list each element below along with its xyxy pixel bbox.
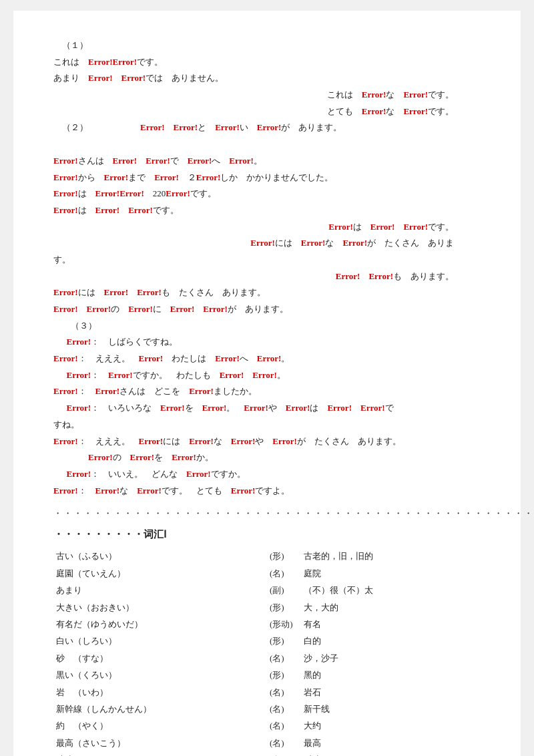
line-2-8: Error!には Error! Error!も たくさん あります。 — [53, 285, 481, 301]
line-1-5: （２）Error! Error!と Error!い Error!が あります。 — [53, 120, 481, 136]
vocab-cn: 大约 — [301, 717, 481, 734]
vocab-cn: 岩石 — [301, 684, 481, 701]
vocab-jp: あまり — [53, 582, 267, 598]
vocab-type: (名) — [267, 717, 301, 734]
line-2-1: Error!さんは Error! Error!で Error!へ Error!。 — [53, 153, 481, 170]
vocab-type: (形动) — [267, 616, 301, 632]
vocab-jp: 岩 （いわ） — [53, 684, 267, 701]
line-2-3: Error!は Error!Error! 220Error!です。 — [53, 186, 481, 202]
line-3-4: Error!： Error!さんは どこを Error!ましたか。 — [53, 383, 481, 400]
line-3-6b: Error!の Error!を Error!か。 — [53, 449, 481, 466]
vocab-type: (形) — [267, 632, 301, 649]
line-1-2: あまり Error! Error!では ありません。 — [53, 70, 481, 87]
dotted-line: ・・・・・・・・・・・・・・・・・・・・・・・・・・・・・・・・・・・・・・・・… — [53, 506, 481, 522]
vocab-cn: 黑的 — [301, 667, 481, 683]
vocab-type: (名) — [267, 565, 301, 582]
vocab-row: 有名だ（ゆうめいだ） (形动) 有名 — [53, 616, 481, 632]
vocab-jp: 時速（じそく） — [53, 751, 267, 756]
line-3-2: Error!： えええ。 Error! わたしは Error!へ Error!。 — [53, 351, 481, 367]
line-2-7: Error! Error!も あります。 — [53, 268, 454, 285]
right-block-3: Error! Error!も あります。 — [53, 268, 481, 285]
line-2-6b: す。 — [53, 252, 481, 268]
vocab-type: (名) — [267, 650, 301, 667]
vocab-jp: 古い（ふるい） — [53, 548, 267, 564]
line-3-6: Error!： えええ。 Error!には Error!な Error!や Er… — [53, 433, 481, 450]
vocab-row: 庭園（ていえん） (名) 庭院 — [53, 565, 481, 582]
line-1-1: これは Error!Error!です。 — [53, 54, 481, 71]
vocab-jp: 約 （やく） — [53, 717, 267, 734]
vocab-row: 白い（しろい） (形) 白的 — [53, 632, 481, 649]
vocab-row: 最高（さいこう） (名) 最高 — [53, 735, 481, 751]
vocab-row: 時速（じそく） (名) 时速 — [53, 751, 481, 756]
line-2-2: Error!から Error!まで Error! ２Error!しか かかりませ… — [53, 170, 481, 186]
vocab-type: (形) — [267, 667, 301, 683]
line-3-5: Error!： いろいろな Error!を Error!。 Error!や Er… — [53, 400, 481, 417]
line-1-4: とても Error!な Error!です。 — [53, 104, 454, 120]
vocab-jp: 大きい（おおきい） — [53, 599, 267, 616]
vocab-jp: 白い（しろい） — [53, 632, 267, 649]
vocab-cn: 最高 — [301, 735, 481, 751]
section-1-num: （１） — [53, 37, 481, 54]
line-3-7: Error!： いいえ。 どんな Error!ですか。 — [53, 466, 481, 483]
line-3-3: Error!： Error!ですか。 わたしも Error! Error!。 — [53, 367, 481, 384]
vocab-jp: 最高（さいこう） — [53, 735, 267, 751]
vocab-type: (名) — [267, 701, 301, 717]
vocab-cn: （不）很（不）太 — [301, 582, 481, 598]
right-block-1: これは Error!な Error!です。 とても Error!な Error!… — [53, 87, 481, 120]
vocab-cn: 庭院 — [301, 565, 481, 582]
vocab-jp: 黒い（くろい） — [53, 667, 267, 683]
vocab-title: ・・・・・・・・・词汇Ⅰ — [53, 525, 481, 544]
page: （１） これは Error!Error!です。 あまり Error! Error… — [13, 11, 521, 756]
line-2-5: Error!は Error! Error!です。 — [53, 219, 454, 236]
line-3-8: Error!： Error!な Error!です。 とても Error!ですよ。 — [53, 483, 481, 500]
vocab-cn: 时速 — [301, 751, 481, 756]
vocab-row: 大きい（おおきい） (形) 大，大的 — [53, 599, 481, 616]
vocab-jp: 有名だ（ゆうめいだ） — [53, 616, 267, 632]
vocab-type: (名) — [267, 735, 301, 751]
vocab-type: (形) — [267, 548, 301, 564]
right-block-2: Error!は Error! Error!です。 Error!には Error!… — [53, 219, 481, 252]
vocab-cn: 古老的，旧，旧的 — [301, 548, 481, 564]
line-3-5b: すね。 — [53, 417, 481, 433]
line-2-4: Error!は Error! Error!です。 — [53, 202, 481, 219]
vocab-type: (副) — [267, 582, 301, 598]
vocab-row: 砂 （すな） (名) 沙，沙子 — [53, 650, 481, 667]
line-3-1: Error!： しばらくですね。 — [53, 334, 481, 351]
vocab-type: (名) — [267, 751, 301, 756]
line-2-6: Error!には Error!な Error!が たくさん ありま — [53, 235, 454, 252]
vocab-table: 古い（ふるい） (形) 古老的，旧，旧的 庭園（ていえん） (名) 庭院 あまり… — [53, 548, 481, 756]
section-3-num: （３） — [53, 318, 481, 335]
line-2-9: Error! Error!の Error!に Error! Error!が あり… — [53, 301, 481, 318]
vocab-cn: 有名 — [301, 616, 481, 632]
vocab-row: 黒い（くろい） (形) 黑的 — [53, 667, 481, 683]
vocab-cn: 白的 — [301, 632, 481, 649]
vocab-row: あまり (副) （不）很（不）太 — [53, 582, 481, 598]
vocab-type: (名) — [267, 684, 301, 701]
vocab-jp: 庭園（ていえん） — [53, 565, 267, 582]
line-1-3: これは Error!な Error!です。 — [53, 87, 454, 104]
vocab-row: 新幹線（しんかんせん） (名) 新干线 — [53, 701, 481, 717]
vocab-jp: 砂 （すな） — [53, 650, 267, 667]
vocab-jp: 新幹線（しんかんせん） — [53, 701, 267, 717]
vocab-row: 古い（ふるい） (形) 古老的，旧，旧的 — [53, 548, 481, 564]
vocab-cn: 沙，沙子 — [301, 650, 481, 667]
vocab-type: (形) — [267, 599, 301, 616]
vocab-row: 岩 （いわ） (名) 岩石 — [53, 684, 481, 701]
vocab-cn: 大，大的 — [301, 599, 481, 616]
vocab-row: 約 （やく） (名) 大约 — [53, 717, 481, 734]
vocab-cn: 新干线 — [301, 701, 481, 717]
